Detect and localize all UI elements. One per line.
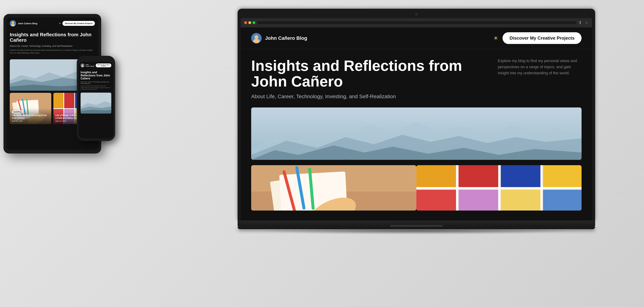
tablet-card-writing[interactable]: Upskilling The Importance of Upskilling … [10,93,51,124]
browser-window-controls [244,21,255,24]
svg-rect-18 [458,190,499,210]
tablet-cta-button[interactable]: Discover My Creative Projects [62,21,95,26]
blog-card-writing-image [251,165,416,210]
blog-card-art-image [416,165,582,210]
phone-avatar [80,64,84,67]
phone-nav-left: John Cañero Blog [80,64,94,67]
blog-hero-desc: Explore my blog to find my personal view… [498,58,582,76]
tablet-hero-desc: Explore my blog to find my personal view… [10,49,95,54]
tablet-hero: Insights and Reflections from John Cañer… [6,29,98,57]
laptop-device: ⬆ ☆ [238,9,595,229]
browser-bookmark-icon[interactable]: ☆ [585,20,588,25]
browser-share-icon[interactable]: ⬆ [578,20,582,25]
svg-point-2 [253,39,260,43]
blog-nav: John Cañero Blog ☀ Discover My Creative … [241,28,592,49]
blog-hero-right: Explore my blog to find my personal view… [498,58,582,76]
browser-close-dot [244,21,247,24]
tablet-hero-subtitle: About Life, Career, Technology, Investin… [10,45,95,47]
blog-hero-subtitle: About Life, Career, Technology, Investin… [251,94,487,100]
laptop-cta-button[interactable]: Discover My Creative Projects [502,32,582,44]
svg-rect-16 [543,165,582,188]
browser-actions: ⬆ ☆ [578,20,588,25]
phone-cta-button[interactable]: Discover My Creative Projects [96,64,111,67]
tablet-nav: John Cañero Blog ☀ Discover My Creative … [6,18,98,29]
laptop-camera [415,13,418,16]
blog-hero-left: Insights and Reflections from John Cañer… [251,58,487,102]
tablet-sun-icon[interactable]: ☀ [59,22,61,25]
phone-frame: John Cañero Blog ☀ Discover My Creative … [77,56,115,141]
tablet-avatar [10,20,16,26]
blog-hero-image [251,108,582,160]
blog-page: John Cañero Blog ☀ Discover My Creative … [241,28,592,217]
tablet-card-writing-date: April 25, 2023 [12,120,49,122]
blog-hero: Insights and Reflections from John Cañer… [241,49,592,108]
svg-point-51 [81,66,84,67]
blog-site-title: John Cañero Blog [265,36,307,41]
phone-hero-subtitle: About Life, Career, Technology, Investin… [80,81,111,84]
phone-device: John Cañero Blog ☀ Discover My Creative … [77,56,115,141]
svg-point-1 [254,35,258,39]
tablet-hero-title: Insights and Reflections from John Cañer… [10,32,95,43]
svg-rect-19 [501,190,541,210]
laptop-screen: ⬆ ☆ [241,18,592,220]
phone-notch [89,58,103,60]
blog-article-cards [251,160,582,210]
laptop-lid: ⬆ ☆ [238,9,595,220]
svg-rect-17 [416,190,457,210]
blog-card-art[interactable] [416,165,582,210]
tablet-card-writing-overlay: Upskilling The Importance of Upskilling … [10,108,51,124]
laptop-shadow [256,228,577,234]
phone-hero-image [80,92,111,114]
blog-hero-title: Insights and Reflections from John Cañer… [251,58,487,89]
phone-hero-desc: Explore my blog to find my personal view… [80,85,111,90]
svg-rect-15 [501,165,541,188]
svg-rect-14 [458,165,499,188]
tablet-card-writing-title: The Importance of Upskilling in the 21st… [12,114,49,120]
tablet-card-badge: Upskilling [12,110,23,114]
tablet-nav-left: John Cañero Blog [10,20,37,26]
svg-point-27 [11,24,15,26]
phone-sun-icon[interactable]: ☀ [94,65,95,66]
phone-screen: John Cañero Blog ☀ Discover My Creative … [78,62,114,138]
browser-minimize-dot [248,21,251,24]
laptop-base [238,220,595,227]
blog-avatar [251,33,262,44]
browser-url-bar[interactable] [258,21,576,24]
tablet-site-title: John Cañero Blog [18,22,37,25]
laptop-frame: ⬆ ☆ [238,9,595,229]
scene: ⬆ ☆ [0,0,644,307]
phone-hero: Insights and Reflections from John Cañer… [78,69,114,91]
laptop-camera-bar [241,12,592,17]
phone-site-title: John Cañero Blog [86,64,94,67]
svg-rect-13 [416,165,457,188]
sun-icon[interactable]: ☀ [493,35,498,42]
blog-nav-left: John Cañero Blog [251,33,307,44]
browser-chrome: ⬆ ☆ [241,18,592,28]
svg-point-50 [82,64,83,66]
svg-rect-20 [543,190,582,210]
blog-nav-right: ☀ Discover My Creative Projects [493,32,582,44]
svg-point-26 [12,22,14,24]
svg-rect-37 [54,93,64,108]
svg-rect-38 [64,93,74,108]
blog-card-writing[interactable] [251,165,416,210]
phone-hero-title: Insights and Reflections from John Cañer… [80,71,111,80]
phone-nav: John Cañero Blog ☀ Discover My Creative … [78,62,114,69]
browser-maximize-dot [252,21,255,24]
